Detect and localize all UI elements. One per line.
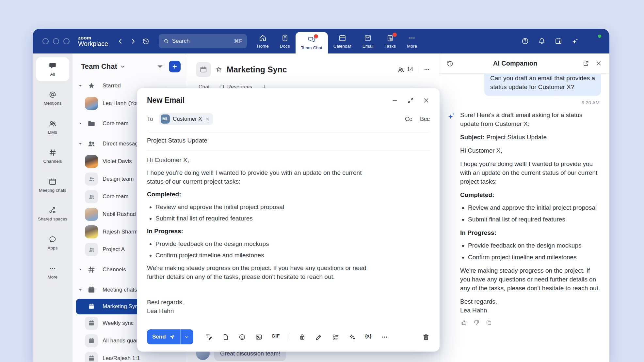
rail-item-label: Channels (43, 159, 62, 164)
caret-right-icon[interactable] (78, 121, 83, 126)
ai-feedback-row (461, 319, 601, 326)
rail-item-all[interactable]: All (36, 57, 69, 81)
email-body-editor[interactable]: Hi Customer X,I hope you're doing well! … (147, 156, 430, 315)
emoji-icon[interactable] (238, 333, 246, 341)
minimize-icon[interactable] (391, 97, 398, 104)
recipient-chip[interactable]: ML Customer X (159, 113, 213, 125)
member-count-button[interactable]: 14 (397, 66, 413, 73)
cc-bcc: Cc Bcc (405, 116, 430, 123)
folder-filled-icon (87, 119, 96, 128)
to-row: To ML Customer X Cc Bcc (147, 113, 430, 125)
user-avatar (85, 208, 98, 221)
notifications-icon[interactable] (538, 37, 546, 45)
text-format-icon[interactable] (205, 333, 213, 341)
chat-item-label: Core team (103, 193, 128, 200)
chat-list-title-button[interactable]: Team Chat (81, 62, 126, 71)
search-box[interactable]: ⌘F (159, 34, 247, 48)
topbar-left: zoom Workplace ⌘F (42, 29, 247, 53)
compose-toolbar: Send GIF{x} (147, 329, 430, 344)
calendar-icon (200, 66, 207, 73)
copy-icon[interactable] (486, 319, 492, 326)
star-icon[interactable] (215, 66, 222, 73)
item-icon-slot (85, 263, 98, 276)
more-options-icon[interactable] (423, 66, 430, 73)
item-icon-slot (85, 137, 98, 150)
close-icon[interactable] (423, 97, 430, 104)
item-icon-slot (85, 97, 98, 110)
rail-item-shared-spaces[interactable]: Shared spaces (36, 202, 69, 226)
bullet-item: Review and approve the initial project p… (468, 203, 601, 212)
variables-button[interactable]: {x} (365, 333, 372, 341)
gif-button[interactable]: GIF (272, 333, 280, 341)
item-icon-slot (85, 300, 98, 313)
paper-plane-icon (169, 334, 175, 340)
new-meeting-calendar-icon[interactable] (555, 37, 562, 45)
traffic-light-close[interactable] (42, 38, 49, 44)
filter-icon[interactable] (156, 63, 164, 70)
cc-button[interactable]: Cc (405, 116, 412, 123)
rail-item-channels[interactable]: Channels (36, 144, 69, 168)
meeting-avatar (85, 334, 98, 347)
history-icon[interactable] (446, 60, 454, 67)
rail-item-mentions[interactable]: Mentions (36, 86, 69, 110)
caret-down-icon[interactable] (78, 287, 83, 293)
section-heading: In Progress: (460, 228, 601, 237)
close-icon[interactable] (595, 60, 602, 67)
signature-icon[interactable] (315, 333, 323, 341)
thumb-up-icon[interactable] (461, 319, 467, 326)
nav-tab-tasks[interactable]: Tasks (379, 29, 401, 53)
discard-draft-icon[interactable] (422, 333, 430, 341)
calendar-filled-icon (87, 286, 96, 294)
send-button[interactable]: Send (147, 329, 180, 344)
traffic-light-zoom[interactable] (63, 38, 70, 44)
meeting-avatar (85, 352, 98, 362)
rail-item-more[interactable]: More (36, 260, 69, 284)
profile-avatar[interactable] (588, 35, 601, 48)
open-external-icon[interactable] (583, 60, 589, 67)
nav-tab-more[interactable]: More (401, 29, 423, 53)
nav-tab-email[interactable]: Email (357, 29, 379, 53)
new-chat-button[interactable] (169, 61, 181, 72)
more-icon[interactable] (381, 333, 388, 341)
caret-down-icon[interactable] (78, 83, 83, 88)
logo-workplace: Workplace (78, 40, 108, 47)
back-icon[interactable] (117, 38, 124, 45)
rail-item-dms[interactable]: DMs (36, 115, 69, 139)
attach-file-icon[interactable] (222, 333, 229, 341)
paragraph: I hope you're doing well! I wanted to pr… (460, 159, 601, 186)
forward-icon[interactable] (129, 38, 137, 45)
star-filled-icon (87, 82, 96, 90)
subject-field[interactable]: Project Status Update (147, 137, 430, 144)
traffic-light-minimize[interactable] (53, 38, 59, 44)
nav-tab-home[interactable]: Home (251, 29, 274, 53)
nav-tab-team-chat[interactable]: Team Chat (296, 32, 328, 53)
template-icon[interactable] (332, 333, 339, 341)
remove-recipient-icon[interactable] (205, 117, 210, 121)
caret-down-icon[interactable] (78, 141, 83, 146)
chat-item-label: Lea Hanh (You) (103, 100, 141, 107)
insert-image-icon[interactable] (255, 333, 263, 341)
section-heading: Completed: (460, 190, 601, 199)
help-icon[interactable] (521, 37, 529, 45)
rail-item-meeting-chats[interactable]: Meeting chats (36, 173, 69, 197)
nav-tab-docs[interactable]: Docs (274, 29, 296, 53)
send-split-button: Send (147, 329, 193, 344)
search-input[interactable] (172, 38, 231, 44)
window-controls[interactable] (42, 38, 70, 44)
rail-item-apps[interactable]: Apps (36, 231, 69, 255)
docs-icon (281, 34, 289, 42)
bcc-button[interactable]: Bcc (420, 116, 430, 123)
paragraph: We're making steady progress on the proj… (147, 264, 376, 281)
caret-right-icon[interactable] (78, 267, 83, 272)
nav-tab-label: Email (362, 44, 374, 49)
members-icon (397, 66, 405, 73)
encrypt-icon[interactable] (298, 333, 306, 341)
history-icon[interactable] (142, 38, 150, 45)
expand-icon[interactable] (407, 97, 414, 104)
ai-compose-icon[interactable] (348, 333, 356, 341)
nav-tab-calendar[interactable]: Calendar (328, 29, 357, 53)
recipient-name: Customer X (173, 116, 202, 122)
send-options-button[interactable] (180, 329, 193, 344)
thumb-down-icon[interactable] (473, 319, 480, 326)
ai-companion-icon[interactable] (571, 37, 579, 45)
